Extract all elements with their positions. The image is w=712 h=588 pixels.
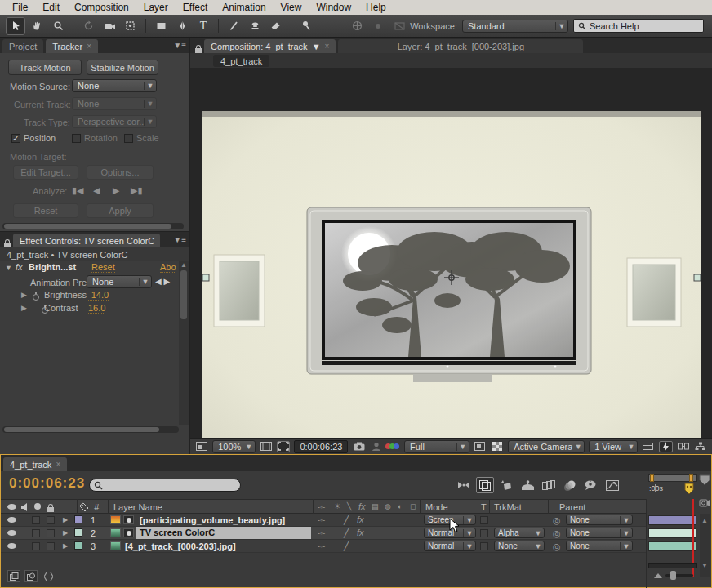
timeline-search-input[interactable] [89, 479, 241, 492]
shy-layers-icon[interactable] [497, 477, 515, 493]
tab-layer[interactable]: Layer: 4_pt_track_[000-203].jpg [338, 39, 583, 53]
expand-transfer-controls-icon[interactable] [24, 570, 38, 582]
fx-enabled-icon[interactable]: fx [357, 528, 364, 537]
draft-3d-icon[interactable] [476, 477, 494, 493]
pan-behind-tool-icon[interactable] [121, 17, 140, 35]
switches-hide-icon[interactable]: -◦- [318, 503, 325, 511]
resolution-dropdown[interactable]: Full▼ [404, 440, 469, 453]
panel-menu-icon[interactable]: ▼≡ [173, 235, 186, 244]
timeline-zoom-control[interactable] [654, 572, 693, 578]
current-time-display[interactable]: 0:00:06:23 [9, 475, 85, 492]
rotation-checkbox[interactable]: Rotation [72, 133, 118, 143]
expand-layer-switches-icon[interactable] [7, 570, 20, 582]
frame-blend-layers-icon[interactable] [540, 477, 558, 493]
close-icon[interactable]: × [325, 42, 330, 51]
parent-pickwhip-icon[interactable]: ◎ [553, 528, 561, 539]
effects-vscrollbar[interactable]: ▲ [179, 261, 189, 425]
motion-blur-column-icon[interactable]: ◍ [385, 502, 391, 510]
effect-name[interactable]: Brightn...st [29, 262, 76, 272]
analyze-backward-button[interactable]: ◀ [93, 185, 100, 196]
comp-button-icon[interactable] [699, 497, 710, 508]
layer-name[interactable]: TV screen ColorC [136, 527, 311, 539]
blend-mode-dropdown[interactable]: Normal▼ [424, 528, 476, 538]
panel-lock-icon[interactable] [195, 48, 202, 53]
scale-checkbox[interactable]: Scale [124, 133, 159, 143]
menu-window[interactable]: Window [309, 1, 358, 14]
property-name[interactable]: Brightness [44, 290, 87, 300]
timeline-button-icon[interactable] [642, 441, 655, 452]
trkmat-column-header[interactable]: TrkMat [494, 502, 522, 512]
analyze-prev-frame-button[interactable]: ▮◀ [72, 185, 84, 196]
selection-tool-icon[interactable] [6, 17, 25, 35]
effect-reset-link[interactable]: Reset [91, 262, 115, 273]
layer-visibility-eye-icon[interactable] [7, 517, 16, 523]
property-name[interactable]: Contrast [44, 303, 78, 313]
threed-column-icon[interactable]: ◻ [410, 502, 416, 510]
analyze-forward-button[interactable]: ▶ [113, 185, 119, 196]
preserve-transparency-box[interactable] [480, 542, 488, 550]
layer-label-swatch[interactable] [74, 515, 82, 523]
effects-hscrollbar[interactable] [2, 426, 179, 433]
comp-marker-icon[interactable] [684, 483, 694, 495]
frame-blend-column-icon[interactable]: ▤ [372, 502, 379, 510]
close-icon[interactable]: × [87, 42, 91, 51]
shape-tool-icon[interactable] [151, 17, 171, 35]
comp-canvas[interactable] [190, 68, 712, 438]
work-area-end-handle[interactable] [689, 474, 693, 482]
expand-inout-panes-icon[interactable] [42, 570, 55, 582]
parent-pickwhip-icon[interactable]: ◎ [553, 515, 561, 526]
menu-view[interactable]: View [274, 1, 309, 14]
brainstorm-icon[interactable] [582, 477, 600, 493]
menu-animation[interactable]: Animation [215, 1, 273, 14]
tab-composition[interactable]: Composition: 4_pt_track▼× [204, 39, 336, 53]
menu-help[interactable]: Help [358, 1, 394, 14]
lock-column-icon[interactable] [47, 507, 54, 512]
layer-name-column-header[interactable]: Layer Name [113, 502, 162, 512]
tab-effect-controls[interactable]: Effect Controls: TV screen ColorC [13, 234, 160, 247]
twirl-right-icon[interactable]: ▶ [21, 304, 27, 312]
camera-tool-icon[interactable] [100, 17, 119, 35]
mode-column-header[interactable]: Mode [425, 502, 448, 512]
stabilize-motion-button[interactable]: Stabilize Motion [87, 60, 158, 75]
search-help-input[interactable]: Search Help [573, 19, 704, 33]
layer-row[interactable]: ▶ 1 [participating_volume_beauty.jpg] -◦… [1, 514, 646, 527]
zoom-tool-icon[interactable] [48, 17, 68, 35]
analyze-next-frame-button[interactable]: ▶▮ [131, 185, 143, 196]
menu-file[interactable]: File [5, 1, 35, 14]
work-area-start-handle[interactable] [650, 474, 654, 482]
property-value[interactable]: -14.0 [88, 290, 109, 301]
layer-visibility-eye-icon[interactable] [7, 530, 16, 536]
twirl-down-icon[interactable]: ▼ [5, 264, 12, 272]
track-motion-button[interactable]: Track Motion [8, 60, 82, 75]
blend-mode-dropdown[interactable]: Screen▼ [424, 514, 476, 525]
type-tool-icon[interactable]: T [194, 17, 213, 35]
preserve-transparency-box[interactable] [480, 516, 488, 524]
transparency-grid-icon[interactable] [491, 441, 504, 452]
eraser-tool-icon[interactable] [266, 17, 286, 35]
magnification-dropdown[interactable]: 100%▼ [212, 440, 256, 453]
layer-duration-bar[interactable] [648, 515, 696, 525]
zoom-out-mountain-icon[interactable] [654, 572, 662, 578]
tab-project[interactable]: Project [2, 39, 43, 53]
viewer-timecode[interactable]: 0:00:06:23 [294, 440, 348, 453]
comp-flowchart-icon[interactable] [677, 441, 690, 452]
tracker-hscrollbar[interactable] [2, 223, 184, 229]
layer-expand-icon[interactable]: ▶ [63, 529, 68, 537]
pen-tool-icon[interactable] [172, 17, 192, 35]
property-value[interactable]: 16.0 [88, 303, 105, 314]
show-snapshot-icon[interactable] [370, 441, 383, 452]
puppet-pin-tool-icon[interactable] [296, 17, 316, 35]
layer-duration-bar[interactable] [648, 528, 696, 538]
layer-label-swatch[interactable] [74, 528, 82, 537]
close-icon[interactable]: × [56, 460, 60, 469]
preset-prev-next-icons[interactable]: ◀ ▶ [155, 277, 170, 286]
layer-expand-icon[interactable]: ▶ [63, 516, 68, 523]
camera-view-dropdown[interactable]: Active Camera▼ [508, 440, 585, 453]
fx-enabled-icon[interactable]: fx [357, 514, 364, 524]
layer-label-swatch[interactable] [74, 541, 82, 550]
panel-menu-icon[interactable]: ▼≡ [173, 41, 186, 50]
label-column-icon[interactable] [79, 502, 89, 512]
parent-dropdown[interactable]: None▼ [566, 514, 633, 525]
show-channel-icon[interactable] [387, 441, 400, 452]
timeline-tab[interactable]: 4_pt_track× [3, 457, 67, 471]
